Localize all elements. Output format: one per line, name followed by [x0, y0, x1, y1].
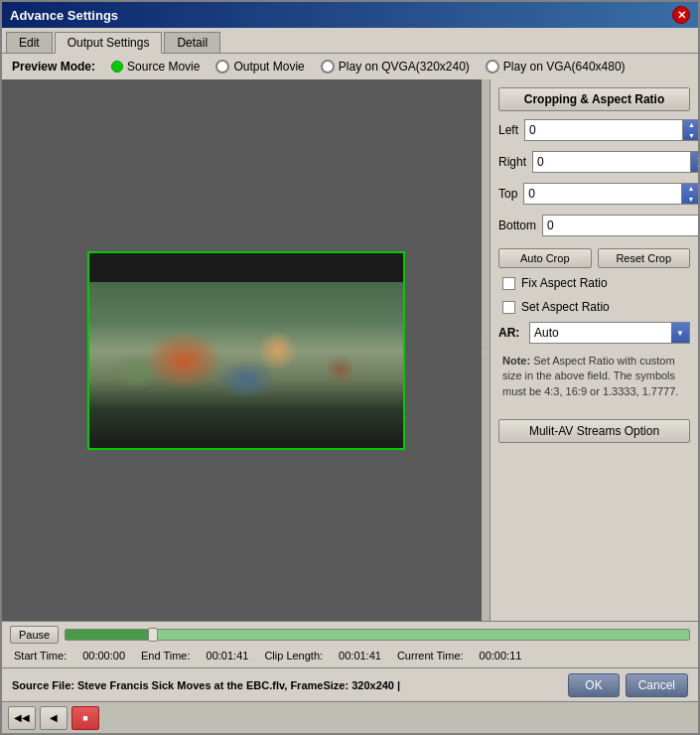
ar-select[interactable]: Auto ▼ [529, 322, 690, 344]
right-down-arrow[interactable]: ▼ [691, 163, 698, 173]
left-spinner[interactable]: ▲ ▼ [524, 119, 698, 141]
top-down-arrow[interactable]: ▼ [682, 195, 698, 205]
status-separator: | [397, 679, 400, 691]
top-up-arrow[interactable]: ▲ [682, 184, 698, 195]
clip-length-label: Clip Length: [264, 650, 323, 662]
left-arrows: ▲ ▼ [682, 120, 698, 140]
top-input[interactable] [524, 184, 681, 204]
bottom-input[interactable] [543, 216, 698, 235]
ar-select-value: Auto [530, 326, 671, 340]
top-field-row: Top ▲ ▼ [498, 181, 690, 207]
resize-handle[interactable]: · · · [482, 79, 490, 621]
video-overlay [89, 253, 403, 448]
title-bar: Advance Settings ✕ [2, 2, 698, 28]
resize-dots-icon: · · · [482, 340, 490, 361]
tab-output-settings[interactable]: Output Settings [55, 32, 163, 54]
time-info: Start Time: 00:00:00 End Time: 00:01:41 … [10, 648, 690, 663]
right-input[interactable] [533, 152, 690, 172]
current-time-label: Current Time: [397, 650, 464, 662]
radio-qvga[interactable]: Play on QVGA(320x240) [321, 60, 470, 74]
note-text: Note: Set Aspect Ratio with custom size … [498, 350, 690, 403]
timeline-track: Pause [10, 626, 690, 644]
right-spinner[interactable]: ▲ ▼ [532, 151, 698, 173]
clip-length-value: 00:01:41 [339, 650, 381, 662]
tab-bar: Edit Output Settings Detail [2, 28, 698, 54]
set-aspect-ratio-checkbox[interactable] [502, 301, 515, 314]
ar-dropdown-arrow-icon[interactable]: ▼ [671, 323, 689, 343]
tool-button-record[interactable]: ■ [71, 706, 99, 730]
left-input[interactable] [525, 120, 682, 140]
top-label: Top [498, 187, 517, 201]
preview-mode-bar: Preview Mode: Source Movie Output Movie … [2, 54, 698, 79]
radio-vga-dot [486, 60, 499, 74]
fix-aspect-ratio-checkbox[interactable] [502, 277, 515, 290]
crop-buttons-row: Auto Crop Reset Crop [498, 248, 690, 268]
left-field-row: Left ▲ ▼ [498, 117, 690, 143]
left-label: Left [498, 123, 518, 137]
cancel-button[interactable]: Cancel [626, 673, 688, 697]
timeline-bar: Pause Start Time: 00:00:00 End Time: 00:… [2, 621, 698, 667]
bottom-label: Bottom [498, 219, 536, 232]
current-time-value: 00:00:11 [480, 650, 522, 662]
video-frame [87, 251, 405, 450]
content-area: Preview Mode: Source Movie Output Movie … [2, 54, 698, 733]
right-field-row: Right ▲ ▼ [498, 149, 690, 175]
preview-mode-label: Preview Mode: [12, 60, 95, 74]
record-icon: ■ [82, 713, 87, 723]
right-label: Right [498, 155, 526, 169]
bottom-spinner[interactable]: ▲ ▼ [542, 215, 698, 236]
radio-output-label: Output Movie [233, 60, 304, 74]
action-buttons: OK Cancel [568, 673, 688, 697]
end-time-label: End Time: [141, 650, 191, 662]
ar-label: AR: [498, 326, 523, 340]
right-arrows: ▲ ▼ [690, 152, 698, 172]
tool-button-1[interactable]: ◀◀ [8, 706, 36, 730]
left-up-arrow[interactable]: ▲ [683, 120, 698, 131]
top-arrows: ▲ ▼ [681, 184, 698, 204]
right-up-arrow[interactable]: ▲ [691, 152, 698, 163]
ar-row: AR: Auto ▼ [498, 322, 690, 344]
main-panel: · · · Cropping & Aspect Ratio Left ▲ ▼ [2, 79, 698, 621]
settings-panel: Cropping & Aspect Ratio Left ▲ ▼ Right [490, 79, 698, 621]
streams-option-button[interactable]: Mulit-AV Streams Option [498, 419, 690, 443]
status-source-label: Source File: Steve Francis Sick Moves at… [12, 679, 349, 691]
left-down-arrow[interactable]: ▼ [683, 131, 698, 141]
radio-qvga-label: Play on QVGA(320x240) [339, 60, 470, 74]
bottom-field-row: Bottom ▲ ▼ [498, 213, 690, 238]
start-time-label: Start Time: [14, 650, 67, 662]
tab-edit[interactable]: Edit [6, 32, 53, 53]
radio-output-dot [215, 60, 229, 74]
timeline-handle[interactable] [148, 628, 158, 642]
video-content [89, 253, 403, 448]
cropping-header-button[interactable]: Cropping & Aspect Ratio [498, 87, 690, 111]
close-button[interactable]: ✕ [672, 6, 690, 24]
fix-aspect-ratio-label: Fix Aspect Ratio [521, 276, 608, 290]
ok-button[interactable]: OK [568, 673, 619, 697]
radio-source-movie[interactable]: Source Movie [111, 60, 200, 74]
set-aspect-ratio-label: Set Aspect Ratio [521, 300, 610, 314]
radio-active-indicator [111, 61, 123, 73]
advance-settings-window: Advance Settings ✕ Edit Output Settings … [0, 0, 700, 735]
set-aspect-ratio-row: Set Aspect Ratio [498, 298, 690, 316]
bottom-toolbar: ◀◀ ◀ ■ [2, 701, 698, 733]
video-panel: · · · [2, 79, 490, 621]
start-time-value: 00:00:00 [82, 650, 125, 662]
radio-source-label: Source Movie [127, 60, 200, 74]
tool-button-2[interactable]: ◀ [40, 706, 68, 730]
status-text: Source File: Steve Francis Sick Moves at… [12, 679, 568, 691]
top-spinner[interactable]: ▲ ▼ [523, 183, 698, 205]
reset-crop-button[interactable]: Reset Crop [598, 248, 691, 268]
radio-vga-label: Play on VGA(640x480) [503, 60, 626, 74]
radio-output-movie[interactable]: Output Movie [215, 60, 304, 74]
pause-button[interactable]: Pause [10, 626, 59, 644]
tab-detail[interactable]: Detail [164, 32, 220, 53]
radio-qvga-dot [321, 60, 335, 74]
window-title: Advance Settings [10, 8, 118, 23]
status-framesize: 320x240 [351, 679, 394, 691]
fix-aspect-ratio-row: Fix Aspect Ratio [498, 274, 690, 292]
auto-crop-button[interactable]: Auto Crop [498, 248, 592, 268]
end-time-value: 00:01:41 [207, 650, 249, 662]
radio-vga[interactable]: Play on VGA(640x480) [486, 60, 626, 74]
status-bar: Source File: Steve Francis Sick Moves at… [2, 667, 698, 701]
timeline-slider[interactable] [65, 629, 690, 641]
